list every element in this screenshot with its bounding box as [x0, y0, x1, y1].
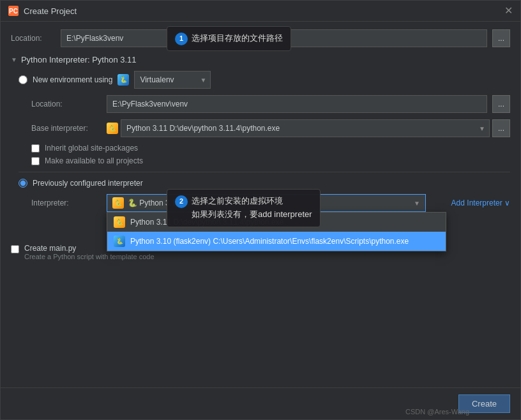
new-env-label: New environment using: [33, 75, 112, 84]
interpreter-label: Interpreter:: [31, 199, 102, 207]
python-interpreter-section-header[interactable]: ▼ Python Interpreter: Python 3.11: [11, 55, 510, 64]
python-interpreter-label: Python Interpreter: Python 3.11: [21, 55, 137, 64]
env-location-label: Location:: [31, 100, 102, 109]
tooltip-2: 2选择之前安装的虚拟环境 如果列表没有，要add interpreter: [167, 189, 321, 227]
flask2env-icon: 🐍: [114, 236, 125, 247]
previously-configured-radio[interactable]: [19, 179, 27, 188]
make-available-row: Make available to all projects: [19, 156, 510, 165]
badge-2: 2: [175, 195, 188, 208]
base-interpreter-row: Base interpreter: 🐍 Python 3.11 D:\dev\p…: [19, 119, 510, 137]
env-location-input[interactable]: [107, 95, 487, 113]
base-interpreter-arrow-icon: ▼: [479, 125, 485, 132]
app-icon: PC: [8, 6, 19, 16]
interpreter-dropdown-arrow-icon: ▼: [414, 200, 420, 207]
title-bar: PC Create Project ✕: [1, 1, 520, 22]
inherit-packages-row: Inherit global site-packages: [19, 144, 510, 153]
virtualenv-icon: 🐍: [117, 74, 129, 86]
base-interpreter-label: Base interpreter:: [31, 124, 102, 133]
watermark: CSDN @Ares-Wang: [405, 408, 469, 416]
env-location-browse-button[interactable]: ...: [492, 95, 510, 113]
dropdown-item-flask2env-label: Python 3.10 (flask2env) C:\Users\Adminis…: [130, 237, 409, 246]
create-main-checkbox[interactable]: [11, 245, 19, 253]
py311-icon: 🐍: [114, 216, 125, 228]
dropdown-item-flask2env[interactable]: 🐍 Python 3.10 (flask2env) C:\Users\Admin…: [107, 232, 446, 251]
dropdown-arrow-icon: ▼: [200, 77, 207, 84]
inherit-packages-checkbox[interactable]: [31, 144, 40, 153]
base-interpreter-dropdown[interactable]: Python 3.11 D:\dev\python 3.11.4\python.…: [121, 119, 490, 137]
create-main-description: Create a Python script with template cod…: [24, 253, 155, 260]
make-available-label: Make available to all projects: [45, 156, 143, 165]
create-project-dialog: PC Create Project ✕ Location: ... 1选择项目存…: [0, 0, 521, 420]
interpreter-py-icon: 🐍: [112, 197, 124, 209]
make-available-checkbox[interactable]: [31, 157, 40, 165]
python-icon: 🐍: [107, 123, 118, 134]
base-interpreter-browse-button[interactable]: ...: [492, 119, 510, 137]
dialog-body: Location: ... 1选择项目存放的文件路径 ▼ Python Inte…: [1, 22, 520, 387]
location-browse-button[interactable]: ...: [492, 29, 510, 47]
add-interpreter-button[interactable]: Add Interpreter ∨: [451, 199, 510, 207]
inherit-packages-label: Inherit global site-packages: [45, 144, 138, 153]
env-type-dropdown[interactable]: Virtualenv ▼: [134, 71, 211, 89]
badge-1: 1: [175, 33, 188, 45]
new-env-radio[interactable]: [19, 75, 27, 84]
tooltip-2-line2: 如果列表没有，要add interpreter: [175, 209, 312, 219]
arrow-icon: ▼: [11, 56, 17, 63]
close-button[interactable]: ✕: [504, 6, 513, 16]
dialog-title: Create Project: [24, 6, 77, 16]
location-label: Location:: [11, 34, 56, 43]
new-env-radio-row: New environment using 🐍 Virtualenv ▼: [19, 71, 510, 89]
previously-configured-row: Previously configured interpreter: [19, 179, 510, 188]
tooltip-1: 1选择项目存放的文件路径: [167, 26, 291, 51]
env-location-row: Location: ...: [19, 95, 510, 113]
previously-configured-label: Previously configured interpreter: [33, 179, 143, 188]
